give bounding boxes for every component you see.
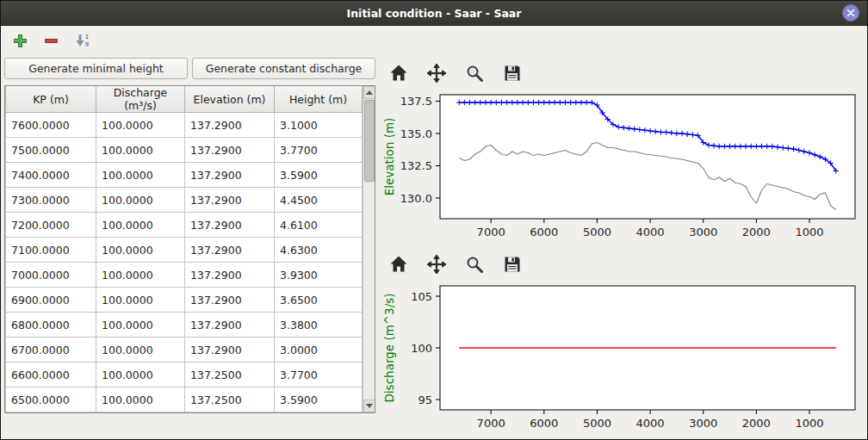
table-cell[interactable]: 6600.0000: [6, 363, 96, 387]
y-axis-label: Elevation (m): [382, 118, 396, 196]
elevation-save-button[interactable]: [500, 61, 524, 85]
table-cell[interactable]: 7100.0000: [6, 238, 96, 263]
table-cell[interactable]: 3.3800: [275, 313, 363, 338]
table-cell[interactable]: 100.0000: [96, 113, 185, 138]
table-cell[interactable]: 100.0000: [96, 138, 185, 163]
table-cell[interactable]: 7000.0000: [6, 263, 96, 288]
table-cell[interactable]: 6900.0000: [6, 288, 96, 313]
sort-button[interactable]: 1 9: [73, 31, 94, 50]
table-row[interactable]: 7600.0000100.0000137.29003.1000: [6, 113, 363, 138]
table-cell[interactable]: 137.2900: [185, 238, 275, 263]
column-header[interactable]: Elevation (m): [185, 86, 275, 113]
table-cell[interactable]: 3.1000: [275, 113, 363, 138]
column-header[interactable]: Discharge (m³/s): [96, 86, 185, 113]
table-row[interactable]: 6800.0000100.0000137.29003.3800: [6, 313, 363, 338]
table-cell[interactable]: 137.2500: [185, 363, 275, 387]
table-cell[interactable]: 3.0000: [275, 338, 363, 363]
table-cell[interactable]: 6500.0000: [6, 387, 96, 412]
titlebar[interactable]: Initial condition - Saar - Saar: [1, 1, 867, 26]
close-button[interactable]: [842, 4, 859, 22]
table-row[interactable]: 7400.0000100.0000137.29003.5900: [6, 163, 363, 188]
generate-constant-discharge-button[interactable]: Generate constant discharge: [192, 58, 375, 79]
home-icon: [388, 63, 409, 84]
table-cell[interactable]: 3.7700: [275, 363, 363, 387]
x-tick-label: 2000: [742, 226, 771, 239]
table-cell[interactable]: 6700.0000: [6, 338, 96, 363]
column-header[interactable]: KP (m): [6, 86, 96, 113]
table-row[interactable]: 6500.0000100.0000137.25003.5900: [6, 387, 363, 412]
elevation-zoom-button[interactable]: [462, 61, 487, 85]
table-panel: Generate minimal height Generate constan…: [1, 55, 378, 439]
table-cell[interactable]: 3.7700: [275, 138, 363, 163]
table-cell[interactable]: 100.0000: [96, 338, 185, 363]
scrollbar-track[interactable]: [363, 99, 375, 400]
table-cell[interactable]: 100.0000: [96, 238, 185, 263]
table-row[interactable]: 7200.0000100.0000137.29004.6100: [6, 213, 363, 238]
table-cell[interactable]: 137.2500: [185, 387, 275, 412]
table-cell[interactable]: 137.2900: [185, 338, 275, 363]
table-cell[interactable]: 7500.0000: [6, 138, 96, 163]
y-axis-label: Discharge (m^3/s): [382, 293, 396, 402]
table-cell[interactable]: 100.0000: [96, 188, 185, 213]
table-body: 7600.0000100.0000137.29003.10007500.0000…: [6, 113, 363, 412]
table-row[interactable]: 7000.0000100.0000137.29003.9300: [6, 263, 363, 288]
table-cell[interactable]: 4.6300: [275, 238, 363, 263]
elevation-home-button[interactable]: [387, 61, 411, 85]
table-cell[interactable]: 7200.0000: [6, 213, 96, 238]
table-cell[interactable]: 4.6100: [275, 213, 363, 238]
table-cell[interactable]: 6800.0000: [6, 313, 96, 338]
y-tick-label: 132.5: [400, 159, 432, 172]
table-cell[interactable]: 137.2900: [185, 263, 275, 288]
discharge-home-button[interactable]: [387, 252, 411, 276]
table-cell[interactable]: 7300.0000: [6, 188, 96, 213]
plot-area[interactable]: [440, 95, 855, 219]
table-cell[interactable]: 3.6500: [275, 288, 363, 313]
table-cell[interactable]: 3.5900: [275, 387, 363, 412]
table-cell[interactable]: 137.2900: [185, 213, 275, 238]
discharge-save-button[interactable]: [500, 252, 524, 276]
table-cell[interactable]: 3.9300: [275, 263, 363, 288]
discharge-zoom-button[interactable]: [462, 252, 487, 276]
table-row[interactable]: 7300.0000100.0000137.29004.4500: [6, 188, 363, 213]
table-row[interactable]: 6700.0000100.0000137.29003.0000: [6, 338, 363, 363]
vertical-scrollbar[interactable]: [363, 86, 375, 412]
elevation-chart[interactable]: 7000600050004000300020001000130.0132.513…: [380, 90, 864, 248]
table-cell[interactable]: 100.0000: [96, 313, 185, 338]
table-cell[interactable]: 137.2900: [185, 188, 275, 213]
table-cell[interactable]: 100.0000: [96, 363, 185, 387]
table-cell[interactable]: 3.5900: [275, 163, 363, 188]
table-cell[interactable]: 137.2900: [185, 313, 275, 338]
scrollbar-thumb[interactable]: [364, 100, 375, 182]
table-cell[interactable]: 137.2900: [185, 163, 275, 188]
table-cell[interactable]: 137.2900: [185, 113, 275, 138]
close-icon: [846, 9, 855, 17]
y-tick-label: 105: [411, 290, 432, 303]
table-row[interactable]: 7100.0000100.0000137.29004.6300: [6, 238, 363, 263]
elevation-plot-toolbar: [380, 57, 864, 90]
pan-icon: [426, 254, 447, 275]
table-cell[interactable]: 100.0000: [96, 288, 185, 313]
column-header[interactable]: Height (m): [275, 86, 363, 113]
discharge-pan-button[interactable]: [425, 252, 449, 276]
table-row[interactable]: 6600.0000100.0000137.25003.7700: [6, 363, 363, 387]
add-row-button[interactable]: [11, 32, 29, 50]
table-cell[interactable]: 4.4500: [275, 188, 363, 213]
y-tick-label: 130.0: [400, 192, 432, 205]
table-cell[interactable]: 7400.0000: [6, 163, 96, 188]
table-row[interactable]: 6900.0000100.0000137.29003.6500: [6, 288, 363, 313]
scroll-up-button[interactable]: [363, 86, 375, 99]
table-cell[interactable]: 137.2900: [185, 138, 275, 163]
table-row[interactable]: 7500.0000100.0000137.29003.7700: [6, 138, 363, 163]
elevation-pan-button[interactable]: [425, 61, 449, 85]
table-cell[interactable]: 100.0000: [96, 163, 185, 188]
table-cell[interactable]: 100.0000: [96, 263, 185, 288]
discharge-chart[interactable]: 700060005000400030002000100095100105Disc…: [380, 281, 864, 439]
discharge-plot-toolbar: [380, 248, 864, 281]
remove-row-button[interactable]: [42, 32, 60, 50]
scroll-down-button[interactable]: [363, 400, 375, 412]
generate-minimal-height-button[interactable]: Generate minimal height: [4, 58, 188, 79]
table-cell[interactable]: 100.0000: [96, 387, 185, 412]
table-cell[interactable]: 100.0000: [96, 213, 185, 238]
table-cell[interactable]: 137.2900: [185, 288, 275, 313]
table-cell[interactable]: 7600.0000: [6, 113, 96, 138]
